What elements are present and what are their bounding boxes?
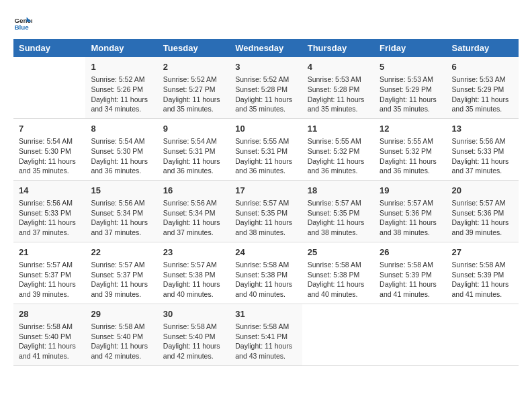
day-info: Sunrise: 5:53 AM Sunset: 5:28 PM Dayligh… [308,75,369,114]
day-info: Sunrise: 5:52 AM Sunset: 5:28 PM Dayligh… [235,75,296,114]
day-number: 5 [380,61,441,73]
day-number: 30 [163,308,224,320]
day-number: 26 [380,246,441,259]
day-number: 4 [308,61,369,73]
calendar-cell [374,304,446,365]
day-info: Sunrise: 5:54 AM Sunset: 5:31 PM Dayligh… [163,136,224,176]
day-number: 13 [452,123,513,135]
week-row-2: 7Sunrise: 5:54 AM Sunset: 5:30 PM Daylig… [13,118,519,180]
calendar-cell: 21Sunrise: 5:57 AM Sunset: 5:37 PM Dayli… [13,242,85,304]
day-number: 3 [235,61,296,73]
day-number: 15 [91,185,152,197]
header-tuesday: Tuesday [158,39,230,57]
calendar-cell: 17Sunrise: 5:57 AM Sunset: 5:35 PM Dayli… [230,180,302,242]
day-info: Sunrise: 5:52 AM Sunset: 5:26 PM Dayligh… [91,75,152,114]
calendar-cell: 18Sunrise: 5:57 AM Sunset: 5:35 PM Dayli… [302,180,374,242]
calendar-cell: 10Sunrise: 5:55 AM Sunset: 5:31 PM Dayli… [230,118,302,180]
day-number: 17 [235,185,296,197]
day-number: 6 [452,61,513,73]
page-header: General Blue [13,13,519,32]
header-saturday: Saturday [447,39,519,57]
calendar-table: SundayMondayTuesdayWednesdayThursdayFrid… [13,39,519,366]
calendar-cell: 15Sunrise: 5:56 AM Sunset: 5:34 PM Dayli… [85,180,157,242]
calendar-cell: 23Sunrise: 5:57 AM Sunset: 5:38 PM Dayli… [158,242,230,304]
calendar-cell: 2Sunrise: 5:52 AM Sunset: 5:27 PM Daylig… [158,57,230,118]
day-info: Sunrise: 5:57 AM Sunset: 5:36 PM Dayligh… [380,198,441,238]
calendar-cell: 3Sunrise: 5:52 AM Sunset: 5:28 PM Daylig… [230,57,302,118]
week-row-4: 21Sunrise: 5:57 AM Sunset: 5:37 PM Dayli… [13,242,519,304]
header-sunday: Sunday [13,39,85,57]
calendar-cell: 8Sunrise: 5:54 AM Sunset: 5:30 PM Daylig… [85,118,157,180]
calendar-cell: 6Sunrise: 5:53 AM Sunset: 5:29 PM Daylig… [447,57,519,118]
day-info: Sunrise: 5:54 AM Sunset: 5:30 PM Dayligh… [91,136,152,176]
week-row-3: 14Sunrise: 5:56 AM Sunset: 5:33 PM Dayli… [13,180,519,242]
calendar-cell: 26Sunrise: 5:58 AM Sunset: 5:39 PM Dayli… [374,242,446,304]
calendar-cell: 7Sunrise: 5:54 AM Sunset: 5:30 PM Daylig… [13,118,85,180]
day-info: Sunrise: 5:52 AM Sunset: 5:27 PM Dayligh… [163,75,224,114]
day-info: Sunrise: 5:58 AM Sunset: 5:40 PM Dayligh… [163,322,224,361]
calendar-cell: 14Sunrise: 5:56 AM Sunset: 5:33 PM Dayli… [13,180,85,242]
day-info: Sunrise: 5:58 AM Sunset: 5:39 PM Dayligh… [452,260,513,300]
day-info: Sunrise: 5:57 AM Sunset: 5:37 PM Dayligh… [91,260,152,300]
day-number: 28 [19,308,80,320]
calendar-cell: 9Sunrise: 5:54 AM Sunset: 5:31 PM Daylig… [158,118,230,180]
day-number: 23 [163,246,224,259]
day-info: Sunrise: 5:58 AM Sunset: 5:41 PM Dayligh… [235,322,296,361]
day-info: Sunrise: 5:57 AM Sunset: 5:38 PM Dayligh… [163,260,224,300]
calendar-cell: 22Sunrise: 5:57 AM Sunset: 5:37 PM Dayli… [85,242,157,304]
day-info: Sunrise: 5:53 AM Sunset: 5:29 PM Dayligh… [452,75,513,114]
day-info: Sunrise: 5:55 AM Sunset: 5:32 PM Dayligh… [308,136,369,176]
day-info: Sunrise: 5:58 AM Sunset: 5:38 PM Dayligh… [308,260,369,300]
logo-icon: General Blue [13,13,32,32]
day-info: Sunrise: 5:58 AM Sunset: 5:38 PM Dayligh… [235,260,296,300]
calendar-cell [447,304,519,365]
day-info: Sunrise: 5:58 AM Sunset: 5:40 PM Dayligh… [19,322,80,361]
calendar-cell: 29Sunrise: 5:58 AM Sunset: 5:40 PM Dayli… [85,304,157,365]
calendar-cell: 24Sunrise: 5:58 AM Sunset: 5:38 PM Dayli… [230,242,302,304]
calendar-cell: 11Sunrise: 5:55 AM Sunset: 5:32 PM Dayli… [302,118,374,180]
day-number: 14 [19,185,80,197]
day-number: 20 [452,185,513,197]
calendar-cell: 27Sunrise: 5:58 AM Sunset: 5:39 PM Dayli… [447,242,519,304]
day-info: Sunrise: 5:56 AM Sunset: 5:34 PM Dayligh… [163,198,224,238]
day-info: Sunrise: 5:56 AM Sunset: 5:33 PM Dayligh… [452,136,513,176]
day-info: Sunrise: 5:57 AM Sunset: 5:35 PM Dayligh… [308,198,369,238]
calendar-header-row: SundayMondayTuesdayWednesdayThursdayFrid… [13,39,519,57]
week-row-5: 28Sunrise: 5:58 AM Sunset: 5:40 PM Dayli… [13,304,519,365]
day-number: 29 [91,308,152,320]
calendar-cell: 12Sunrise: 5:55 AM Sunset: 5:32 PM Dayli… [374,118,446,180]
day-info: Sunrise: 5:54 AM Sunset: 5:30 PM Dayligh… [19,136,80,176]
calendar-cell: 30Sunrise: 5:58 AM Sunset: 5:40 PM Dayli… [158,304,230,365]
day-number: 12 [380,123,441,135]
day-number: 24 [235,246,296,259]
day-info: Sunrise: 5:57 AM Sunset: 5:36 PM Dayligh… [452,198,513,238]
day-info: Sunrise: 5:57 AM Sunset: 5:35 PM Dayligh… [235,198,296,238]
calendar-cell: 19Sunrise: 5:57 AM Sunset: 5:36 PM Dayli… [374,180,446,242]
day-number: 2 [163,61,224,73]
calendar-cell: 4Sunrise: 5:53 AM Sunset: 5:28 PM Daylig… [302,57,374,118]
day-number: 18 [308,185,369,197]
day-info: Sunrise: 5:58 AM Sunset: 5:39 PM Dayligh… [380,260,441,300]
calendar-cell: 1Sunrise: 5:52 AM Sunset: 5:26 PM Daylig… [85,57,157,118]
calendar-cell: 16Sunrise: 5:56 AM Sunset: 5:34 PM Dayli… [158,180,230,242]
day-number: 16 [163,185,224,197]
day-number: 7 [19,123,80,135]
day-number: 22 [91,246,152,259]
day-number: 10 [235,123,296,135]
calendar-cell: 28Sunrise: 5:58 AM Sunset: 5:40 PM Dayli… [13,304,85,365]
day-info: Sunrise: 5:56 AM Sunset: 5:33 PM Dayligh… [19,198,80,238]
day-number: 31 [235,308,296,320]
header-monday: Monday [85,39,157,57]
day-info: Sunrise: 5:56 AM Sunset: 5:34 PM Dayligh… [91,198,152,238]
calendar-cell [13,57,85,118]
day-info: Sunrise: 5:53 AM Sunset: 5:29 PM Dayligh… [380,75,441,114]
calendar-cell: 13Sunrise: 5:56 AM Sunset: 5:33 PM Dayli… [447,118,519,180]
calendar-cell: 5Sunrise: 5:53 AM Sunset: 5:29 PM Daylig… [374,57,446,118]
day-number: 1 [91,61,152,73]
header-thursday: Thursday [302,39,374,57]
svg-text:Blue: Blue [14,24,29,31]
day-number: 9 [163,123,224,135]
day-number: 8 [91,123,152,135]
day-info: Sunrise: 5:57 AM Sunset: 5:37 PM Dayligh… [19,260,80,300]
day-info: Sunrise: 5:58 AM Sunset: 5:40 PM Dayligh… [91,322,152,361]
